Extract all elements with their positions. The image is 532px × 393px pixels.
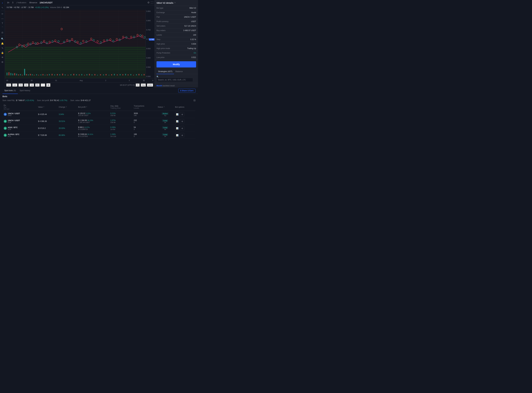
fullscreen-icon[interactable]: ⛶: [151, 1, 153, 4]
chart-canvas[interactable]: 0.850 0.800 0.750 0.700 0.650 0.600 0.55…: [5, 10, 155, 78]
svg-rect-138: [122, 74, 123, 75]
settings-tool[interactable]: ⚙: [0, 60, 5, 64]
stop-btn-1[interactable]: ⊗: [180, 119, 184, 123]
svg-rect-137: [120, 74, 121, 75]
candle-type-btn[interactable]: 🕯: [12, 1, 14, 4]
cell-ex-pair-1: K 1INCH / USDT DCA: [2, 118, 37, 125]
stop-btn-2[interactable]: ⊗: [180, 126, 184, 130]
chart-right-controls: % log auto: [136, 84, 153, 87]
auto-btn[interactable]: auto: [147, 84, 153, 87]
cell-ex-pair-3: K ALPHA / BTC DCA: [2, 132, 37, 139]
price-level-850: 0.850: [146, 10, 154, 12]
text-tool[interactable]: T: [0, 21, 5, 25]
price-level-800: 0.800: [146, 20, 154, 21]
tab-spot-history[interactable]: Spot history: [18, 87, 32, 94]
cell-options-3: 📊 ⊗: [174, 132, 195, 139]
summary-bot-profit: Sum. bot profit: $ 6 782.42 (+20.7%): [37, 99, 67, 102]
stop-btn-3[interactable]: ⊗: [180, 133, 184, 138]
time-labels: 29 30 31 Aug 2 3 4: [5, 79, 155, 81]
high-value: H0.792: [14, 6, 19, 9]
svg-rect-110: [47, 74, 48, 75]
filter-icon[interactable]: ⊟: [193, 99, 195, 102]
detail-exchange: Exchange Huobi: [155, 10, 198, 15]
svg-rect-128: [94, 74, 95, 75]
zoom-7d[interactable]: 7d: [18, 84, 23, 87]
cell-transactions-1: 232 0: [133, 118, 156, 125]
chart-controls: 3m 1m 7d 3d 1d 6h 1h ⊞ 18:16:27 (UTC+3) …: [5, 83, 155, 87]
tab-balance[interactable]: Balance: [174, 69, 184, 74]
svg-rect-105: [36, 74, 37, 75]
svg-rect-135: [114, 74, 115, 75]
svg-rect-144: [139, 74, 140, 75]
zoom-1d[interactable]: 1d: [29, 84, 34, 87]
volume-label: Volume SMA 9: [50, 6, 62, 9]
strategy-search-input[interactable]: [156, 78, 193, 82]
stop-btn-0[interactable]: ⊗: [180, 112, 184, 117]
cursor-tool[interactable]: ↖: [0, 5, 5, 10]
pair-label: 1INCH/USDT: [40, 1, 53, 4]
path-tool[interactable]: ⌒: [0, 26, 5, 30]
modify-button[interactable]: Modify: [156, 61, 196, 68]
col-change: Change ?: [58, 103, 77, 111]
chart-btn-2[interactable]: 📊: [175, 126, 179, 130]
svg-rect-139: [125, 74, 126, 75]
pct-btn[interactable]: %: [136, 84, 140, 87]
indicators-btn[interactable]: 𝑓 Indicators: [16, 1, 27, 4]
svg-rect-133: [108, 75, 109, 75]
chart-btn-0[interactable]: 📊: [175, 112, 179, 117]
crosshair-tool[interactable]: +: [0, 1, 5, 5]
svg-rect-117: [65, 74, 66, 75]
chart-btn-3[interactable]: 📊: [175, 133, 179, 138]
zoom-in-tool[interactable]: 🔍: [0, 37, 5, 41]
zoom-1m[interactable]: 1m: [12, 84, 17, 87]
pencil-tool[interactable]: ✏: [0, 12, 5, 16]
svg-rect-96: [18, 74, 19, 75]
cell-options-2: 📊 ⊗: [174, 125, 195, 132]
marker-tool[interactable]: ✎: [0, 46, 5, 50]
col-options: Bot options: [174, 103, 195, 111]
col-status: Status ?: [156, 103, 174, 111]
help-icon[interactable]: ?: [174, 2, 175, 4]
cell-value-1: $ 4 366.36: [37, 118, 58, 125]
measure-tool[interactable]: ⚖: [0, 30, 5, 34]
table-row: K AGIX / BTC DCA $ 8 519.2 20.93% $ 660.…: [2, 125, 195, 132]
svg-rect-141: [130, 74, 131, 75]
svg-rect-111: [49, 74, 50, 75]
tab-spot-bots[interactable]: Spot bots (9): [2, 87, 18, 94]
tab-strategies[interactable]: Strategies (427): [156, 69, 174, 74]
bots-section: Bots Sum. total P&L: $ 7 668.67 (+23.41%…: [0, 94, 198, 140]
cell-options-0: 📊 ⊗: [174, 111, 195, 118]
summary-total-value: Sum. value: $ 40 421.17: [70, 99, 91, 102]
cell-value-0: $ 4 025.44: [37, 111, 58, 118]
month-label: Month: [156, 85, 162, 87]
magnet-tool[interactable]: 🔔: [0, 41, 5, 45]
eye-tool[interactable]: 👁: [0, 55, 5, 59]
zoom-6h[interactable]: 6h: [35, 84, 40, 87]
time-axis-settings[interactable]: ⚙: [143, 79, 145, 82]
cell-transactions-2: 54 2: [133, 125, 156, 132]
zoom-3d[interactable]: 3d: [24, 84, 29, 87]
col-bot-profit: Bot profit ?: [77, 103, 109, 111]
detail-high-price-mode: High price mode Trailing Up: [155, 46, 198, 51]
toolbar-divider: [1, 11, 4, 11]
settings-icon[interactable]: ⚙: [147, 1, 150, 4]
chart-btn-1[interactable]: 📊: [175, 119, 179, 123]
share-earn-button[interactable]: $ Share & Earn: [178, 89, 195, 93]
bots-table-container: Ex.PairBot type Value ? Change ? Bot pro…: [2, 103, 195, 139]
zoom-3m[interactable]: 3m: [6, 84, 11, 87]
log-btn[interactable]: log: [141, 84, 146, 87]
detail-sell-orders: Sell orders 517.19 1INCH: [155, 24, 198, 28]
timeframe-1h[interactable]: 1h: [6, 1, 10, 4]
zoom-1h[interactable]: 1h: [41, 84, 45, 87]
svg-rect-103: [32, 74, 33, 75]
volume-value: 82.28K: [63, 6, 69, 9]
compare-btn[interactable]: ⊞: [46, 83, 51, 87]
svg-rect-121: [76, 74, 77, 75]
exchange-icon-3: K: [4, 134, 7, 137]
svg-rect-90: [6, 73, 7, 75]
svg-rect-143: [136, 74, 137, 75]
horizontal-line-tool[interactable]: —: [0, 17, 5, 21]
bottom-section: Spot bots (9) Spot history $ Share & Ear…: [0, 87, 198, 147]
svg-rect-127: [92, 74, 92, 75]
lock-tool[interactable]: 🔒: [0, 51, 5, 55]
